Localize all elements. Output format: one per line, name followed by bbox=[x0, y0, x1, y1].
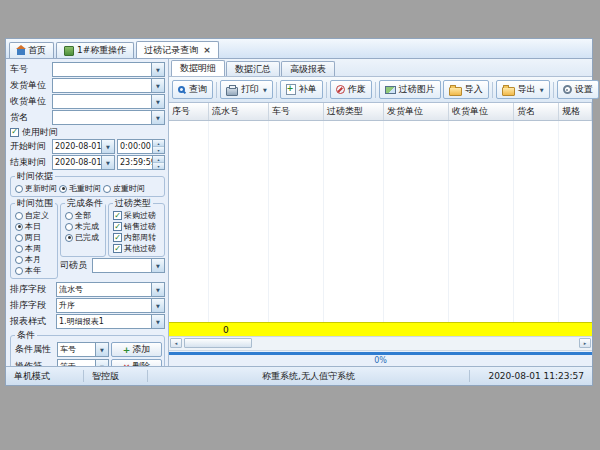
checkbox-label: 内部周转 bbox=[124, 232, 156, 243]
column-header-receiver[interactable]: 收货单位 bbox=[449, 103, 514, 120]
supplement-button[interactable]: 补单 bbox=[280, 80, 323, 99]
radio-this-month[interactable]: 本月 bbox=[15, 254, 55, 265]
condition-op-select[interactable]: 等于 ▼ bbox=[57, 359, 109, 366]
column-header-weigh-type[interactable]: 过磅类型 bbox=[324, 103, 384, 120]
chevron-down-icon[interactable]: ▼ bbox=[151, 315, 164, 328]
chevron-down-icon[interactable]: ▼ bbox=[95, 343, 108, 356]
scrollbar-thumb[interactable] bbox=[184, 338, 252, 348]
delete-condition-label: 删除 bbox=[132, 360, 150, 366]
chevron-down-icon[interactable]: ▼ bbox=[101, 156, 114, 169]
scroll-left-icon[interactable]: ◂ bbox=[170, 338, 182, 348]
condition-attr-select[interactable]: 车号 ▼ bbox=[57, 342, 109, 357]
chevron-down-icon[interactable]: ▼ bbox=[95, 360, 108, 366]
condition-attr-value: 车号 bbox=[58, 344, 95, 355]
scroll-right-icon[interactable]: ▸ bbox=[579, 338, 591, 348]
status-mode: 单机模式 bbox=[6, 370, 84, 382]
void-button[interactable]: 作废 bbox=[330, 80, 372, 99]
checkbox-purchase-weigh[interactable]: 采购过磅 bbox=[113, 210, 162, 221]
start-time-spinner[interactable]: 0:00:00 ▴ ▾ bbox=[117, 139, 165, 154]
weigh-type-title: 过磅类型 bbox=[113, 199, 153, 208]
print-dropdown-icon[interactable]: ▼ bbox=[263, 87, 267, 93]
sort-order-value: 升序 bbox=[57, 300, 151, 311]
radio-this-week[interactable]: 本周 bbox=[15, 243, 55, 254]
tab-data-detail[interactable]: 数据明细 bbox=[171, 60, 225, 76]
tab-weighing-operation[interactable]: 1#称重操作 bbox=[56, 42, 134, 58]
spin-down-icon[interactable]: ▾ bbox=[153, 163, 164, 169]
column-header-goods[interactable]: 货名 bbox=[514, 103, 559, 120]
add-condition-label: 添加 bbox=[132, 343, 150, 356]
end-time-spinner[interactable]: 23:59:59 ▴ ▾ bbox=[117, 155, 165, 170]
status-bar: 单机模式 智控版 称重系统,无人值守系统 2020-08-01 11:23:57 bbox=[6, 366, 592, 385]
weigher-select[interactable]: ▼ bbox=[92, 258, 165, 273]
radio-custom-range[interactable]: 自定义 bbox=[15, 210, 55, 221]
report-style-select[interactable]: 1.明细报表1 ▼ bbox=[56, 314, 165, 329]
query-button[interactable]: 查询 bbox=[172, 80, 213, 99]
spin-up-icon[interactable]: ▴ bbox=[153, 156, 164, 163]
radio-gross-weight-time[interactable]: 毛重时间 bbox=[59, 183, 101, 194]
radio-icon bbox=[59, 185, 67, 193]
chevron-down-icon[interactable]: ▼ bbox=[151, 283, 164, 296]
checkbox-sale-weigh[interactable]: 销售过磅 bbox=[113, 221, 162, 232]
delete-condition-button[interactable]: × 删除 bbox=[111, 359, 162, 366]
radio-this-year[interactable]: 本年 bbox=[15, 265, 55, 276]
condition-title: 条件 bbox=[15, 331, 37, 340]
radio-icon bbox=[103, 185, 111, 193]
receiver-select[interactable]: ▼ bbox=[52, 94, 165, 109]
radio-two-days[interactable]: 两日 bbox=[15, 232, 55, 243]
export-dropdown-icon[interactable]: ▼ bbox=[540, 87, 544, 93]
radio-today[interactable]: 本日 bbox=[15, 221, 55, 232]
export-button[interactable]: 导出 ▼ bbox=[496, 80, 550, 99]
chevron-down-icon[interactable]: ▼ bbox=[151, 95, 164, 108]
tab-home-label: 首页 bbox=[28, 44, 46, 57]
shipper-select[interactable]: ▼ bbox=[52, 78, 165, 93]
chevron-down-icon[interactable]: ▼ bbox=[101, 140, 114, 153]
radio-icon bbox=[15, 234, 23, 242]
spin-down-icon[interactable]: ▾ bbox=[153, 147, 164, 153]
column-header-serial[interactable]: 流水号 bbox=[209, 103, 269, 120]
settings-button[interactable]: 设置 bbox=[557, 80, 599, 99]
chevron-down-icon[interactable]: ▼ bbox=[151, 111, 164, 124]
checkbox-internal-transfer[interactable]: 内部周转 bbox=[113, 232, 162, 243]
column-header-shipper[interactable]: 发货单位 bbox=[384, 103, 449, 120]
add-condition-button[interactable]: + 添加 bbox=[111, 342, 162, 357]
radio-label: 已完成 bbox=[75, 232, 99, 243]
column-header-spec[interactable]: 规格 bbox=[559, 103, 592, 120]
radio-tare-weight-time[interactable]: 皮重时间 bbox=[103, 183, 145, 194]
chevron-down-icon[interactable]: ▼ bbox=[151, 299, 164, 312]
use-time-label: 使用时间 bbox=[22, 126, 58, 139]
app-window: 首页 1#称重操作 过磅记录查询 × 车号 ▼ 发货单位 bbox=[5, 38, 593, 386]
import-button[interactable]: 导入 bbox=[443, 80, 489, 99]
goods-label: 货名 bbox=[10, 111, 52, 124]
vehicle-select[interactable]: ▼ bbox=[52, 62, 165, 77]
radio-all[interactable]: 全部 bbox=[65, 210, 103, 221]
column-header-vehicle[interactable]: 车号 bbox=[269, 103, 324, 120]
condition-op-value: 等于 bbox=[58, 361, 95, 366]
tab-weigh-record-query[interactable]: 过磅记录查询 × bbox=[136, 41, 219, 58]
column-header-index[interactable]: 序号 bbox=[169, 103, 209, 120]
end-date-select[interactable]: 2020-08-01 ▼ bbox=[52, 155, 115, 170]
end-time-label: 结束时间 bbox=[10, 156, 52, 169]
print-button[interactable]: 打印 ▼ bbox=[220, 80, 273, 99]
goods-select[interactable]: ▼ bbox=[52, 110, 165, 125]
weigh-images-button[interactable]: 过磅图片 bbox=[379, 80, 441, 99]
close-tab-icon[interactable]: × bbox=[203, 45, 211, 55]
toolbar-separator bbox=[326, 82, 327, 98]
tab-advanced-report[interactable]: 高级报表 bbox=[281, 61, 335, 76]
use-time-checkbox[interactable]: 使用时间 bbox=[10, 126, 165, 138]
sort-order-select[interactable]: 升序 ▼ bbox=[56, 298, 165, 313]
tab-home[interactable]: 首页 bbox=[9, 42, 54, 58]
chevron-down-icon[interactable]: ▼ bbox=[151, 79, 164, 92]
tab-data-summary[interactable]: 数据汇总 bbox=[226, 61, 280, 76]
chevron-down-icon[interactable]: ▼ bbox=[151, 259, 164, 272]
printer-icon bbox=[226, 87, 238, 96]
radio-incomplete[interactable]: 未完成 bbox=[65, 221, 103, 232]
spin-up-icon[interactable]: ▴ bbox=[153, 140, 164, 147]
radio-update-time[interactable]: 更新时间 bbox=[15, 183, 57, 194]
sort-field-select[interactable]: 流水号 ▼ bbox=[56, 282, 165, 297]
chevron-down-icon[interactable]: ▼ bbox=[151, 63, 164, 76]
start-date-select[interactable]: 2020-08-01 ▼ bbox=[52, 139, 115, 154]
horizontal-scrollbar[interactable]: ◂ ▸ bbox=[169, 336, 592, 350]
radio-completed[interactable]: 已完成 bbox=[65, 232, 103, 243]
sort-order-label: 排序字段 bbox=[10, 299, 56, 312]
checkbox-other-weigh[interactable]: 其他过磅 bbox=[113, 243, 162, 254]
